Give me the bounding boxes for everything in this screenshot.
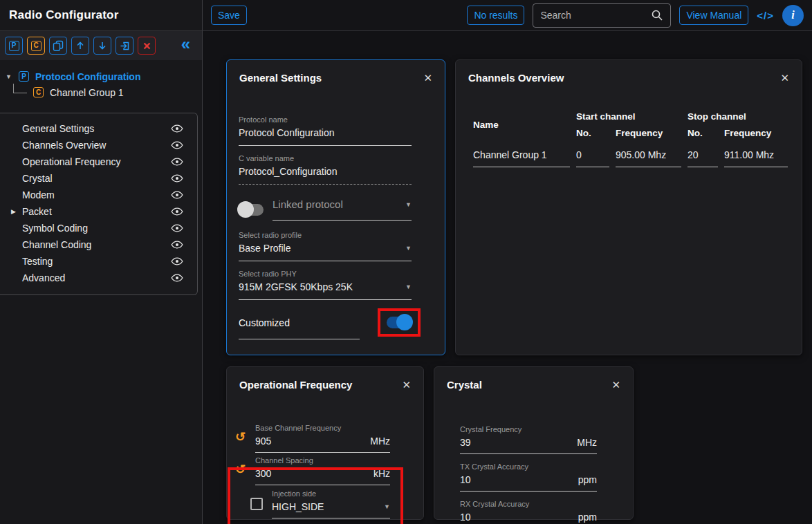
visibility-eye-icon[interactable]: [171, 255, 183, 268]
delete-button[interactable]: [138, 37, 156, 55]
field-value[interactable]: Base Profile: [239, 243, 290, 254]
duplicate-button[interactable]: [49, 37, 67, 55]
reset-icon[interactable]: ↺: [235, 431, 249, 443]
column-header-stop-no: No.: [688, 128, 718, 138]
tree-item-channel-group-1[interactable]: C Channel Group 1: [13, 84, 196, 100]
field-label: Base Channel Frequency: [255, 424, 390, 432]
field-value[interactable]: 915M 2GFSK 50Kbps 25K: [239, 281, 353, 292]
tree-item-protocol-configuration[interactable]: ▼ P Protocol Configuration: [6, 68, 196, 84]
crystal-frequency-field[interactable]: Crystal Frequency 39 MHz: [460, 425, 597, 454]
nav-item-crystal[interactable]: Crystal: [0, 170, 197, 187]
close-icon[interactable]: ✕: [780, 73, 789, 83]
visibility-eye-icon[interactable]: [171, 189, 183, 201]
search-box[interactable]: [533, 3, 671, 28]
tree-expand-caret-icon[interactable]: ▼: [6, 73, 12, 80]
linked-protocol-toggle[interactable]: [239, 204, 264, 216]
nav-item-channels-overview[interactable]: Channels Overview: [0, 137, 197, 153]
visibility-eye-icon[interactable]: [171, 238, 183, 251]
close-icon[interactable]: ✕: [423, 73, 432, 83]
base-channel-frequency-field[interactable]: Base Channel Frequency 905 MHz: [255, 424, 390, 453]
app-header: Radio Configurator: [0, 0, 203, 31]
linked-protocol-select[interactable]: Linked protocol ▼: [273, 198, 412, 221]
stop-frequency-cell[interactable]: 911.00 Mhz: [724, 149, 788, 167]
expand-caret-icon[interactable]: ▶: [11, 208, 22, 215]
reset-icon[interactable]: ↺: [235, 463, 249, 476]
delete-x-icon: [142, 41, 151, 50]
move-up-button[interactable]: [71, 37, 89, 55]
save-button[interactable]: Save: [211, 6, 247, 25]
tree-item-label: Channel Group 1: [50, 87, 124, 98]
field-value[interactable]: 905: [255, 436, 271, 447]
field-value[interactable]: 10: [460, 512, 471, 523]
collapse-sidebar-icon[interactable]: «: [181, 36, 197, 55]
stop-no-cell[interactable]: 20: [688, 149, 718, 167]
channel-spacing-field[interactable]: Channel Spacing 300 kHz: [255, 456, 390, 485]
search-input[interactable]: [540, 10, 645, 21]
nav-item-general-settings[interactable]: General Settings: [0, 120, 197, 137]
protocol-name-field[interactable]: Protocol name Protocol Configuration: [239, 115, 412, 146]
nav-item-modem[interactable]: Modem: [0, 187, 197, 203]
column-header-stop-frequency: Frequency: [724, 128, 788, 138]
c-variable-name-field[interactable]: C variable name Protocol_Configuration: [239, 154, 412, 185]
top-bar: Radio Configurator Save No results View …: [0, 0, 812, 31]
field-value[interactable]: 39: [460, 437, 471, 448]
field-label: Crystal Frequency: [460, 425, 597, 433]
tree-item-label: Protocol Configuration: [35, 71, 140, 82]
protocol-tree: ▼ P Protocol Configuration C Channel Gro…: [0, 60, 202, 107]
field-unit: kHz: [373, 468, 390, 479]
radio-phy-select[interactable]: Select radio PHY 915M 2GFSK 50Kbps 25K ▼: [239, 270, 412, 300]
top-toolbar: Save No results View Manual </> i: [203, 0, 812, 31]
visibility-eye-icon[interactable]: [171, 156, 183, 168]
nav-item-packet[interactable]: ▶ Packet: [0, 203, 197, 220]
nav-item-symbol-coding[interactable]: Symbol Coding: [0, 220, 197, 236]
sidebar: P C «: [0, 31, 203, 524]
field-unit: MHz: [370, 436, 390, 447]
customized-toggle[interactable]: [387, 317, 412, 328]
chevron-down-icon: ▼: [405, 201, 412, 208]
column-group-start-channel: Start channel: [576, 111, 681, 128]
nav-item-operational-frequency[interactable]: Operational Frequency: [0, 153, 197, 170]
start-no-cell[interactable]: 0: [576, 149, 609, 167]
channel-name-cell[interactable]: Channel Group 1: [473, 149, 570, 167]
visibility-eye-icon[interactable]: [171, 205, 183, 218]
field-label: Protocol name: [239, 115, 412, 124]
field-label: Injection side: [272, 489, 390, 498]
visibility-eye-icon[interactable]: [171, 272, 183, 284]
nav-item-testing[interactable]: Testing: [0, 253, 197, 270]
nav-item-advanced[interactable]: Advanced: [0, 270, 197, 286]
no-results-button[interactable]: No results: [467, 6, 524, 25]
visibility-eye-icon[interactable]: [171, 172, 183, 185]
radio-profile-select[interactable]: Select radio profile Base Profile ▼: [239, 231, 412, 261]
close-icon[interactable]: ✕: [611, 380, 620, 390]
field-value[interactable]: HIGH_SIDE: [272, 501, 324, 512]
field-label: Customized: [239, 317, 290, 328]
view-manual-button[interactable]: View Manual: [679, 6, 748, 25]
field-value[interactable]: Protocol Configuration: [239, 127, 335, 138]
card-title: Operational Frequency: [239, 379, 352, 391]
field-value[interactable]: 300: [255, 468, 271, 479]
channels-overview-card: Channels Overview ✕ Name Start channel S…: [455, 59, 802, 355]
nav-item-channel-coding[interactable]: Channel Coding: [0, 236, 197, 253]
injection-side-select[interactable]: Injection side HIGH_SIDE ▼: [272, 489, 390, 518]
rx-crystal-accuracy-field[interactable]: RX Crystal Accuracy 10 ppm: [460, 500, 597, 524]
channels-table: Name Start channel Stop channel No. Freq…: [473, 111, 784, 167]
field-value[interactable]: 10: [460, 474, 471, 485]
add-channel-group-button[interactable]: C: [27, 37, 45, 55]
visibility-eye-icon[interactable]: [171, 222, 183, 234]
field-value[interactable]: Protocol_Configuration: [239, 166, 337, 177]
visibility-eye-icon[interactable]: [171, 122, 183, 135]
start-frequency-cell[interactable]: 905.00 Mhz: [616, 149, 681, 167]
visibility-eye-icon[interactable]: [171, 139, 183, 151]
column-header-start-frequency: Frequency: [616, 128, 681, 138]
code-view-icon[interactable]: </>: [757, 10, 774, 21]
import-button[interactable]: [116, 37, 133, 55]
info-icon[interactable]: i: [782, 5, 804, 26]
tx-crystal-accuracy-field[interactable]: TX Crystal Accuracy 10 ppm: [460, 462, 597, 492]
move-down-button[interactable]: [93, 37, 111, 55]
injection-side-checkbox[interactable]: [250, 498, 263, 510]
column-group-stop-channel: Stop channel: [688, 111, 788, 128]
close-icon[interactable]: ✕: [402, 380, 411, 390]
arrow-up-icon: [75, 41, 85, 50]
highlight-box: [378, 308, 421, 337]
add-protocol-button[interactable]: P: [5, 37, 23, 55]
